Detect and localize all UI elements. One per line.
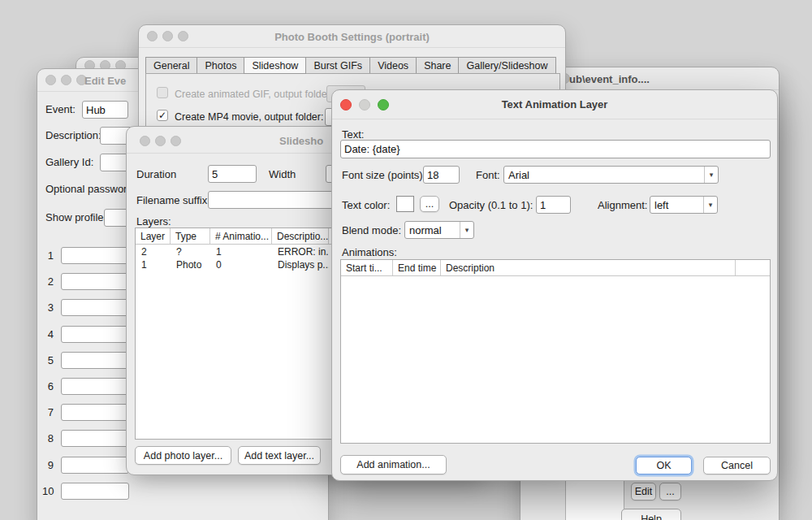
mp4-checkbox-label: Create MP4 movie, output folder: — [175, 110, 323, 124]
profile-input-9[interactable] — [61, 457, 129, 474]
add-text-layer-button[interactable]: Add text layer... — [238, 446, 321, 465]
settings-tabbar: General Photos Slideshow Burst GIFs Vide… — [145, 57, 556, 74]
font-select-value: Arial — [504, 169, 704, 181]
optional-password-label: Optional password — [45, 183, 133, 196]
blend-mode-label: Blend mode: — [342, 224, 401, 237]
duration-input[interactable] — [208, 165, 257, 183]
font-label: Font: — [476, 169, 500, 182]
tab-burst-gifs[interactable]: Burst GIFs — [305, 57, 370, 74]
window-title: Photo Booth Settings (portrait) — [139, 31, 565, 43]
description-label: Description: — [45, 129, 102, 142]
desktop: Edit Eve Event: Description: Gallery Id:… — [0, 0, 812, 520]
row-number-label: 4 — [42, 328, 54, 340]
alignment-select[interactable]: left ▾ — [650, 196, 718, 214]
tab-videos[interactable]: Videos — [369, 57, 417, 74]
animations-table-header: Start ti... End time Description — [341, 260, 770, 276]
tab-gallery-slideshow[interactable]: Gallery/Slideshow — [458, 57, 555, 74]
col-filler — [736, 260, 770, 275]
profile-input-2[interactable] — [61, 273, 129, 290]
alignment-label: Alignment: — [598, 199, 647, 212]
chevron-down-icon: ▾ — [703, 197, 717, 213]
alignment-select-value: left — [650, 199, 703, 211]
text-input[interactable] — [340, 140, 771, 158]
profile-input-3[interactable] — [61, 299, 129, 316]
minimize-icon[interactable] — [61, 75, 71, 85]
tab-share[interactable]: Share — [416, 57, 459, 74]
cell-type: Photo — [171, 259, 210, 271]
add-animation-button[interactable]: Add animation... — [340, 455, 447, 474]
row-number-label: 1 — [42, 249, 54, 262]
profile-input-10[interactable] — [61, 483, 129, 500]
window-title: Slidesho — [279, 135, 323, 147]
chevron-down-icon: ▾ — [704, 167, 718, 183]
event-label: Event: — [45, 103, 76, 116]
tab-slideshow[interactable]: Slideshow — [244, 57, 306, 74]
event-input[interactable] — [82, 101, 128, 119]
text-color-swatch[interactable] — [396, 196, 414, 212]
row-number-label: 5 — [42, 354, 54, 366]
mp4-checkbox[interactable]: ✓ — [157, 110, 168, 121]
profile-input-4[interactable] — [61, 326, 129, 343]
col-start-time: Start ti... — [341, 260, 393, 275]
profile-row: 10 — [42, 483, 172, 500]
color-picker-button[interactable]: ... — [420, 196, 439, 212]
cell-layer: 2 — [136, 246, 171, 258]
cancel-button[interactable]: Cancel — [703, 457, 771, 474]
show-profiles-label: Show profiles: — [45, 211, 112, 224]
profile-input-1[interactable] — [61, 247, 129, 264]
profile-input-8[interactable] — [61, 430, 129, 447]
tab-general[interactable]: General — [145, 57, 197, 74]
col-end-time: End time — [393, 260, 441, 275]
layers-label: Layers: — [136, 215, 171, 228]
help-button[interactable]: Help — [621, 509, 681, 520]
row-number-label: 9 — [42, 459, 54, 471]
row-number-label: 6 — [42, 380, 54, 392]
width-label: Width — [269, 168, 296, 181]
minimize-icon[interactable] — [155, 136, 166, 146]
font-select[interactable]: Arial ▾ — [503, 166, 719, 184]
cell-animations: 1 — [210, 246, 272, 258]
profile-input-7[interactable] — [61, 404, 129, 421]
window-title: Text Animation Layer — [332, 98, 777, 110]
blend-mode-select-value: normal — [405, 224, 460, 236]
row-number-label: 3 — [42, 301, 54, 314]
col-description: Descriptio... — [272, 228, 329, 244]
cell-description: ERROR: in... — [272, 246, 329, 258]
animations-label: Animations: — [342, 246, 397, 259]
profile-input-5[interactable] — [61, 352, 129, 369]
close-icon[interactable] — [45, 75, 56, 85]
ok-button[interactable]: OK — [636, 457, 692, 474]
zoom-icon[interactable] — [171, 136, 181, 146]
col-layer: Layer — [136, 228, 171, 244]
blend-mode-select[interactable]: normal ▾ — [404, 221, 474, 239]
col-type: Type — [171, 228, 210, 244]
profile-input-6[interactable] — [61, 378, 129, 395]
gif-checkbox[interactable] — [157, 87, 168, 98]
window-controls — [140, 136, 181, 146]
duration-label: Duration — [136, 168, 176, 181]
add-photo-layer-button[interactable]: Add photo layer... — [135, 446, 231, 465]
animations-table[interactable]: Start ti... End time Description — [340, 259, 771, 444]
font-size-input[interactable] — [423, 166, 460, 184]
row-number-label: 7 — [42, 406, 54, 418]
tab-photos[interactable]: Photos — [197, 57, 244, 74]
cell-type: ? — [171, 246, 210, 258]
edit-button[interactable]: Edit — [631, 483, 656, 500]
col-description: Description — [441, 260, 736, 275]
close-icon[interactable] — [140, 136, 150, 146]
more-button[interactable]: ... — [659, 483, 681, 500]
opacity-label: Opacity (0.1 to 1): — [449, 199, 533, 212]
cell-description: Displays p... — [272, 259, 329, 271]
cell-animations: 0 — [210, 259, 272, 271]
col-animations: # Animatio... — [210, 228, 272, 244]
row-number-label: 10 — [42, 485, 54, 497]
checkmark-icon: ✓ — [158, 110, 166, 121]
font-size-label: Font size (points): — [342, 169, 425, 182]
opacity-input[interactable] — [536, 196, 571, 214]
filename-suffix-label: Filename suffix: — [136, 194, 210, 207]
row-number-label: 8 — [42, 432, 54, 444]
text-color-label: Text color: — [342, 199, 390, 212]
cell-layer: 1 — [136, 259, 171, 271]
text-animation-layer-window: Text Animation Layer Text: Font size (po… — [331, 89, 778, 481]
gif-checkbox-label: Create animated GIF, output folder: — [175, 88, 333, 101]
